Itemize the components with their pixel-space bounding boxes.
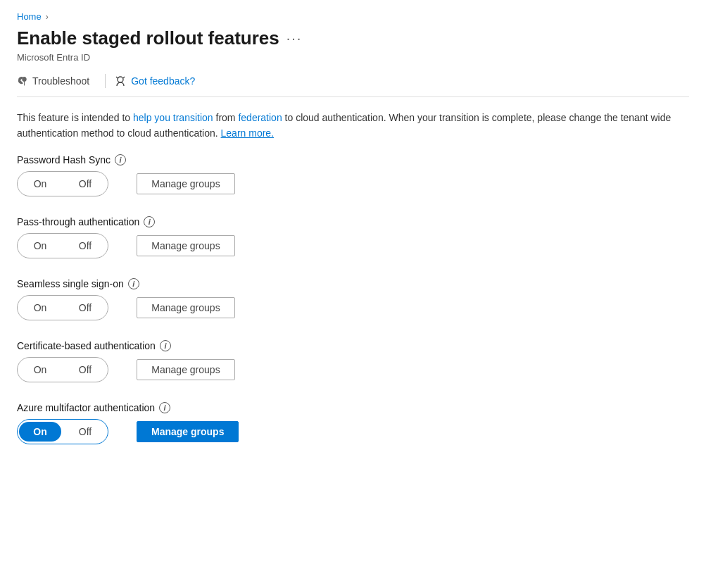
home-link[interactable]: Home [17,11,42,22]
feature-controls-pass-through-auth: On Off Manage groups [17,233,689,258]
feature-label-azure-mfa: Azure multifactor authentication i [17,402,689,413]
feature-item-password-hash-sync: Password Hash Sync i On Off Manage group… [17,154,689,196]
info-icon-certificate-based-auth[interactable]: i [160,340,171,351]
svg-point-0 [118,77,123,82]
feedback-label[interactable]: Got feedback? [131,75,195,87]
feature-controls-password-hash-sync: On Off Manage groups [17,171,689,196]
feature-controls-azure-mfa: On Off Manage groups [17,419,689,444]
toggle-on-certificate-based-auth[interactable]: On [19,360,61,380]
breadcrumb-chevron: › [46,12,49,22]
feature-label-pass-through-auth: Pass-through authentication i [17,216,689,227]
toolbar-divider [105,74,106,88]
feature-name-certificate-based-auth: Certificate-based authentication [17,340,156,351]
info-icon-azure-mfa[interactable]: i [159,402,170,413]
toggle-certificate-based-auth[interactable]: On Off [17,357,108,382]
manage-groups-button-azure-mfa[interactable]: Manage groups [137,421,239,442]
toggle-off-azure-mfa[interactable]: Off [64,422,106,442]
feature-label-certificate-based-auth: Certificate-based authentication i [17,340,689,351]
manage-groups-button-password-hash-sync[interactable]: Manage groups [137,173,235,194]
manage-groups-button-pass-through-auth[interactable]: Manage groups [137,235,235,256]
feature-item-pass-through-auth: Pass-through authentication i On Off Man… [17,216,689,258]
feature-controls-seamless-sso: On Off Manage groups [17,295,689,320]
breadcrumb: Home › [17,11,689,22]
page-title-text: Enable staged rollout features [17,27,279,49]
page-container: Home › Enable staged rollout features ··… [0,0,706,475]
toggle-pass-through-auth[interactable]: On Off [17,233,108,258]
page-subtitle: Microsoft Entra ID [17,52,689,63]
feature-name-azure-mfa: Azure multifactor authentication [17,402,155,413]
toggle-off-seamless-sso[interactable]: Off [64,298,106,318]
toggle-off-pass-through-auth[interactable]: Off [64,236,106,256]
page-title-row: Enable staged rollout features ··· [17,27,689,49]
feature-name-password-hash-sync: Password Hash Sync [17,154,111,165]
toggle-on-password-hash-sync[interactable]: On [19,174,61,194]
feedback-button[interactable]: Got feedback? [114,75,195,87]
wrench-icon [17,75,28,87]
info-highlight-2: federation [238,112,282,123]
toggle-off-password-hash-sync[interactable]: Off [64,174,106,194]
info-icon-password-hash-sync[interactable]: i [115,154,126,165]
toggle-password-hash-sync[interactable]: On Off [17,171,108,196]
feature-item-certificate-based-auth: Certificate-based authentication i On Of… [17,340,689,382]
manage-groups-button-seamless-sso[interactable]: Manage groups [137,297,235,318]
page-header: Enable staged rollout features ··· Micro… [17,27,689,63]
info-text-1: This feature is intended to [17,112,133,123]
troubleshoot-label: Troubleshoot [32,75,89,87]
feature-label-seamless-sso: Seamless single sign-on i [17,278,689,289]
info-highlight-1: help you transition [133,112,213,123]
info-icon-pass-through-auth[interactable]: i [144,216,155,227]
info-icon-seamless-sso[interactable]: i [128,278,139,289]
toggle-seamless-sso[interactable]: On Off [17,295,108,320]
toolbar: Troubleshoot Got feedback? [17,73,689,97]
info-text-2: from [213,112,239,123]
feature-list: Password Hash Sync i On Off Manage group… [17,154,689,444]
info-banner: This feature is intended to help you tra… [17,110,689,142]
feature-name-pass-through-auth: Pass-through authentication [17,216,139,227]
toggle-on-seamless-sso[interactable]: On [19,298,61,318]
learn-more-link[interactable]: Learn more. [221,127,274,139]
feature-item-azure-mfa: Azure multifactor authentication i On Of… [17,402,689,444]
toggle-azure-mfa[interactable]: On Off [17,419,108,444]
feature-controls-certificate-based-auth: On Off Manage groups [17,357,689,382]
feedback-icon [114,75,127,87]
feature-item-seamless-sso: Seamless single sign-on i On Off Manage … [17,278,689,320]
toggle-on-pass-through-auth[interactable]: On [19,236,61,256]
toggle-on-azure-mfa[interactable]: On [19,422,61,442]
feature-name-seamless-sso: Seamless single sign-on [17,278,124,289]
manage-groups-button-certificate-based-auth[interactable]: Manage groups [137,359,235,380]
toggle-off-certificate-based-auth[interactable]: Off [64,360,106,380]
more-options-icon[interactable]: ··· [286,30,303,46]
feature-label-password-hash-sync: Password Hash Sync i [17,154,689,165]
troubleshoot-button[interactable]: Troubleshoot [17,73,96,89]
